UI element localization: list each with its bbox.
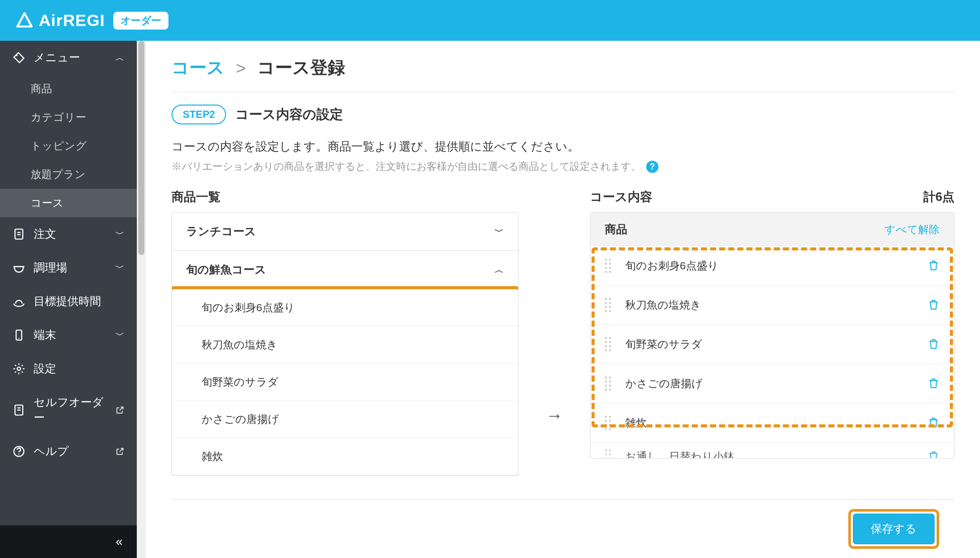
course-item-label: 秋刀魚の塩焼き [625,298,701,312]
drag-handle-icon[interactable] [605,416,614,430]
brand-triangle-icon [15,11,34,30]
nav-device-label: 端末 [34,327,56,343]
step-header: STEP2 コース内容の設定 [172,105,954,124]
course-row-partial[interactable]: お通し 日替わり小鉢 [591,443,954,458]
page-subdescription: ※バリエーションありの商品を選択すると、注文時にお客様が自由に選べる商品として設… [172,160,954,173]
course-row[interactable]: 旬のお刺身6点盛り [591,246,954,286]
svg-point-12 [18,453,19,454]
accordion-fish-course[interactable]: 旬の鮮魚コース ︿ [172,251,518,289]
drag-handle-icon[interactable] [605,376,614,391]
arrow-right-icon: → [539,189,570,499]
product-item[interactable]: 雑炊 [172,438,518,475]
help-tooltip-icon[interactable]: ? [646,161,658,173]
scrollbar[interactable] [137,41,146,558]
nav-kitchen[interactable]: 調理場 ﹀ [0,251,137,285]
accordion-lunch-course[interactable]: ランチコース ﹀ [172,213,518,251]
accordion-fish-items: 旬のお刺身6点盛り 秋刀魚の塩焼き 旬野菜のサラダ かさごの唐揚げ 雑炊 [172,289,518,475]
nav-sub-plan[interactable]: 放題プラン [0,160,137,189]
brand-badge: オーダー [113,12,168,30]
drag-handle-icon[interactable] [605,449,614,458]
course-content-title: コース内容 [590,189,652,205]
product-list-panel: ランチコース ﹀ 旬の鮮魚コース ︿ 旬のお刺身6点盛り 秋刀魚の塩焼き 旬野菜… [172,212,519,476]
nav-target-time[interactable]: 目標提供時間 [0,285,137,318]
nav-kitchen-label: 調理場 [34,260,67,275]
subdescription-text: ※バリエーションありの商品を選択すると、注文時にお客様が自由に選べる商品として設… [172,160,641,173]
delete-button[interactable] [927,298,940,312]
save-button[interactable]: 保存する [853,514,935,544]
drag-handle-icon[interactable] [605,298,614,312]
scrollbar-thumb[interactable] [138,41,144,255]
nav-help[interactable]: ヘルプ [0,435,137,468]
gear-icon [12,362,26,375]
nav-sub-products[interactable]: 商品 [0,74,137,103]
chevron-down-icon: ﹀ [115,329,125,341]
page-description: コースの内容を設定します。商品一覧より選び、提供順に並べてください。 [172,139,954,155]
nav-help-label: ヘルプ [34,444,69,459]
delete-button[interactable] [927,450,940,458]
delete-button[interactable] [927,338,940,351]
nav-sub-course[interactable]: コース [0,189,137,217]
chevron-double-left-icon: « [116,535,122,549]
breadcrumb-separator: > [236,58,246,78]
nav-settings[interactable]: 設定 [0,352,137,386]
svg-point-6 [18,338,19,339]
course-content-header: 商品 すべて解除 [591,213,954,246]
course-header-label: 商品 [605,222,627,237]
accordion-label: 旬の鮮魚コース [186,262,266,277]
nav-target-time-label: 目標提供時間 [34,294,101,309]
chevron-up-icon: ︿ [115,52,125,64]
footer: 保存する [172,499,954,558]
course-row[interactable]: かさごの唐揚げ [591,364,954,403]
clear-all-button[interactable]: すべて解除 [885,222,940,237]
nav-settings-label: 設定 [34,361,56,376]
help-icon [12,445,26,458]
breadcrumb-current: コース登録 [257,56,345,80]
app-header: AirREGI オーダー [0,0,980,41]
course-item-label: かさごの唐揚げ [625,376,703,391]
sidebar-collapse-button[interactable]: « [0,525,137,558]
phone-icon [12,328,26,342]
nav-self-order[interactable]: セルフオーダー [0,386,137,435]
product-item[interactable]: 秋刀魚の塩焼き [172,326,518,364]
course-item-label: 雑炊 [625,416,647,430]
nav-sub-topping[interactable]: トッピング [0,132,137,160]
brand-name: AirREGI [39,11,105,30]
chevron-down-icon: ﹀ [115,228,125,240]
nav-device[interactable]: 端末 ﹀ [0,318,137,352]
drag-handle-icon[interactable] [605,259,614,273]
accordion-label: ランチコース [186,224,256,239]
nav-sub-category[interactable]: カテゴリー [0,103,137,132]
svg-point-7 [17,367,21,371]
step-title: コース内容の設定 [235,106,343,123]
pot-icon [12,261,26,274]
breadcrumb: コース > コース登録 [172,56,954,92]
delete-button[interactable] [927,259,940,272]
course-row[interactable]: 雑炊 [591,403,954,443]
dish-icon [12,295,26,308]
course-content-panel: 商品 すべて解除 旬のお刺身6点盛り [590,212,954,459]
course-count-label: 計6点 [923,189,954,205]
product-item[interactable]: 旬野菜のサラダ [172,364,518,401]
step-badge: STEP2 [172,105,226,124]
tag-icon [12,51,26,64]
nav-menu[interactable]: メニュー ︿ [0,41,137,74]
clipboard-icon [12,227,26,241]
delete-button[interactable] [927,377,940,390]
chevron-up-icon: ︿ [495,264,504,276]
course-item-label: 旬のお刺身6点盛り [625,259,719,273]
delete-button[interactable] [927,416,940,429]
course-row[interactable]: 旬野菜のサラダ [591,325,954,364]
nav-order[interactable]: 注文 ﹀ [0,217,137,251]
course-item-label: 旬野菜のサラダ [625,337,702,351]
drag-handle-icon[interactable] [605,337,614,351]
course-item-label: お通し 日替わり小鉢 [625,449,734,458]
course-row[interactable]: 秋刀魚の塩焼き [591,286,954,325]
svg-point-0 [16,55,17,56]
sidebar: メニュー ︿ 商品 カテゴリー トッピング 放題プラン コース 注文 ﹀ 調理場… [0,41,137,558]
breadcrumb-link-course[interactable]: コース [172,56,225,80]
tablet-icon [12,403,26,417]
product-item[interactable]: 旬のお刺身6点盛り [172,289,518,326]
main-content: コース > コース登録 STEP2 コース内容の設定 コースの内容を設定します。… [146,41,980,558]
nav-order-label: 注文 [34,226,56,242]
product-item[interactable]: かさごの唐揚げ [172,401,518,438]
